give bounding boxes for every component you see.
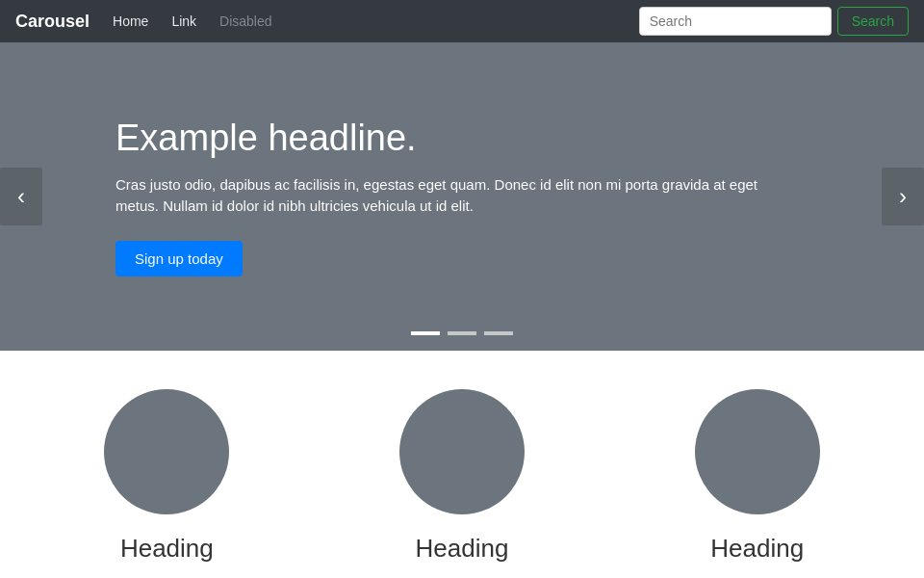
content-section: Heading Donec sed odio dui. Etiam porta … (0, 351, 924, 578)
content-col-1: Heading Donec sed odio dui. Etiam porta … (19, 389, 315, 578)
content-heading-3: Heading (629, 534, 886, 564)
content-circle-2 (399, 389, 525, 514)
carousel-dot-2[interactable] (448, 331, 476, 335)
content-heading-1: Heading (38, 534, 295, 564)
carousel-headline: Example headline. (116, 118, 770, 159)
content-col-3: Heading Donec sed odio dui. Cras justo o… (609, 389, 905, 578)
nav-link-home[interactable]: Home (105, 10, 156, 33)
search-button[interactable]: Search (837, 7, 909, 36)
nav-link-link[interactable]: Link (164, 10, 204, 33)
search-input[interactable] (639, 7, 832, 36)
navbar-brand[interactable]: Carousel (15, 12, 90, 32)
carousel-next-button[interactable]: › (882, 168, 924, 225)
carousel-dot-1[interactable] (411, 331, 440, 335)
navbar: Carousel Home Link Disabled Search (0, 0, 924, 42)
carousel-slide: Example headline. Cras justo odio, dapib… (0, 118, 886, 276)
navbar-search: Search (639, 7, 909, 36)
nav-links: Home Link Disabled (105, 10, 639, 33)
content-heading-2: Heading (334, 534, 591, 564)
nav-link-disabled: Disabled (212, 10, 279, 33)
carousel-prev-button[interactable]: ‹ (0, 168, 42, 225)
content-col-2: Heading Duis mollis, est non commodo luc… (315, 389, 610, 578)
carousel-indicators (411, 331, 513, 335)
carousel-inner: Example headline. Cras justo odio, dapib… (0, 42, 924, 351)
carousel-body: Cras justo odio, dapibus ac facilisis in… (116, 174, 770, 218)
content-circle-3 (695, 389, 820, 514)
carousel: ‹ Example headline. Cras justo odio, dap… (0, 42, 924, 351)
content-circle-1 (104, 389, 229, 514)
carousel-dot-3[interactable] (484, 331, 513, 335)
signup-button[interactable]: Sign up today (116, 241, 243, 276)
